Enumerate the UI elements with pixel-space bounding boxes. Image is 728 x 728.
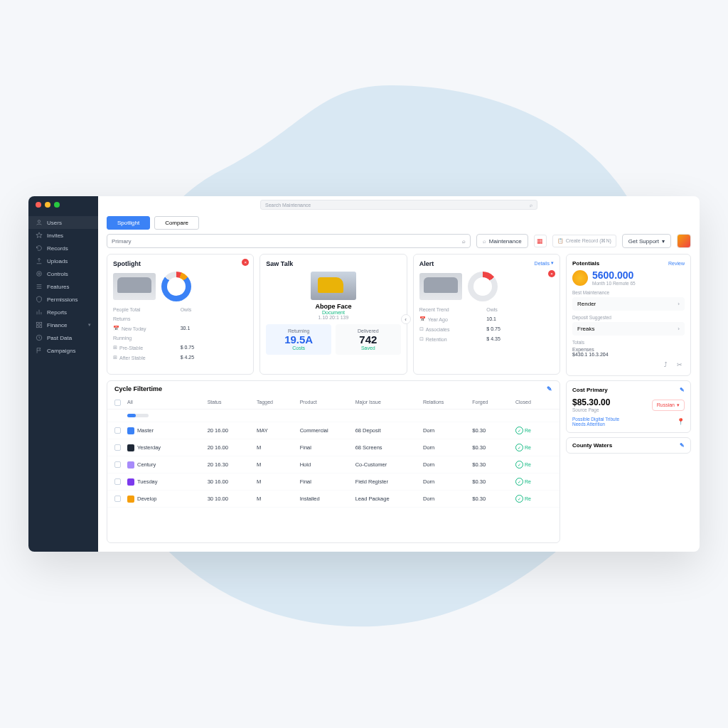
row-color-tag: [127, 478, 134, 486]
primary-filter-input[interactable]: Primary ⌕: [107, 234, 471, 248]
share-icon[interactable]: ⤴: [660, 360, 670, 370]
row-checkbox[interactable]: [114, 461, 121, 468]
maintenance-filter[interactable]: ⌕ Maintenance: [476, 234, 528, 248]
kv-sublabel: Returns: [113, 316, 181, 321]
cell: Installed: [300, 496, 355, 502]
row-checkbox[interactable]: [114, 478, 121, 485]
sidebar-item-records[interactable]: Records: [28, 242, 98, 255]
sidebar-item-finance[interactable]: Finance ▾: [28, 318, 98, 331]
svg-point-1: [37, 272, 42, 277]
calendar-icon: ▦: [537, 237, 543, 245]
cost-amount: $85.30.00: [572, 397, 610, 407]
sidebar-item-pastdata[interactable]: Past Data: [28, 331, 98, 344]
close-badge[interactable]: ×: [548, 270, 555, 277]
sidebar-label: Finance: [47, 322, 84, 328]
th[interactable]: Major Issue: [355, 400, 423, 406]
th[interactable]: Status: [208, 400, 257, 406]
sidebar-item-invites[interactable]: Invites: [28, 229, 98, 242]
th[interactable]: Closed: [515, 400, 552, 406]
sidebar-label: Uploads: [47, 258, 91, 264]
row-checkbox[interactable]: [114, 496, 121, 502]
traffic-close-icon[interactable]: [36, 202, 41, 208]
row-color-tag: [127, 461, 134, 469]
svg-rect-3: [36, 322, 38, 324]
vehicle-photo: [311, 272, 356, 300]
footer-panel: County Waters ✎: [566, 437, 691, 454]
expand-button[interactable]: ‹: [401, 314, 411, 324]
summary-avatar: [572, 270, 588, 286]
table-row[interactable]: Century 20 16.30 M Hold Co-Customer Dorn…: [107, 456, 560, 473]
tab-spotlight[interactable]: Spotlight: [107, 216, 150, 230]
th[interactable]: Product: [300, 400, 355, 406]
cell: Commercial: [300, 427, 355, 434]
table-row[interactable]: Develop 30 10.00 M Installed Lead Packag…: [107, 491, 560, 508]
calendar-button[interactable]: ▦: [534, 235, 547, 247]
sidebar-item-campaigns[interactable]: Campaigns: [28, 344, 98, 357]
edit-icon[interactable]: ✎: [547, 385, 552, 392]
kv-sublabel: Running: [113, 336, 181, 341]
sidebar-item-permissions[interactable]: Permissions: [28, 293, 98, 306]
th[interactable]: Relations: [423, 400, 472, 406]
main-area: Search Maintenance ⌕ Spotlight Compare P…: [98, 196, 700, 552]
sidebar: Users Invites Records Uploads Controls F…: [28, 196, 98, 552]
table-row[interactable]: Yesterday 20 16.00 M Final 68 Screens Do…: [107, 439, 560, 456]
chevron-down-icon: ▾: [88, 322, 91, 328]
edit-icon[interactable]: ✎: [680, 387, 685, 393]
sidebar-item-controls[interactable]: Controls: [28, 267, 98, 280]
pin-icon[interactable]: 📍: [677, 418, 685, 425]
sidebar-item-uploads[interactable]: Uploads: [28, 255, 98, 267]
status-cell: Re: [515, 427, 552, 434]
kv-row-label: ⊞ Pre-Stable: [113, 345, 181, 350]
cell: 68 Screens: [355, 444, 423, 451]
filter-bar: Primary ⌕ ⌕ Maintenance ▦ 📋 Create Recor…: [98, 234, 700, 254]
tab-compare[interactable]: Compare: [154, 216, 199, 230]
section-label: Totals: [572, 340, 685, 345]
cell: $0.30: [472, 496, 515, 502]
render-row[interactable]: Render ›: [572, 297, 685, 311]
th[interactable]: All: [127, 400, 208, 406]
details-link[interactable]: Details ▾: [535, 260, 554, 266]
row-checkbox[interactable]: [114, 444, 121, 451]
cell: 30 10.00: [208, 496, 257, 502]
svg-rect-5: [36, 326, 38, 328]
currency-dropdown[interactable]: Russian▾: [652, 400, 685, 411]
kv-label: Owls: [181, 307, 248, 312]
row-checkbox[interactable]: [114, 427, 121, 434]
review-link[interactable]: Review: [668, 261, 685, 266]
entity-name: Abope Face: [266, 303, 400, 310]
window-titlebar: [28, 196, 700, 213]
th[interactable]: Forged: [472, 400, 515, 406]
select-all-checkbox[interactable]: [114, 400, 121, 406]
clock-icon: [36, 334, 43, 341]
card-title: Alert: [419, 260, 554, 267]
scissors-icon[interactable]: ✂: [675, 360, 685, 370]
clipboard-button[interactable]: 📋 Create Record (⌘N): [552, 235, 616, 247]
sidebar-item-features[interactable]: Features: [28, 280, 98, 293]
table-progress-row: [107, 410, 560, 422]
traffic-min-icon[interactable]: [45, 202, 50, 208]
cell: $0.30: [472, 427, 515, 434]
edit-icon[interactable]: ✎: [680, 442, 685, 449]
note-line2: Needs Attention: [572, 422, 619, 427]
sidebar-item-reports[interactable]: Reports: [28, 306, 98, 318]
freaks-row[interactable]: Freaks ›: [572, 322, 685, 336]
vehicle-thumbnail: [419, 273, 462, 300]
kv-row-label: 📅 Year Ago: [419, 316, 487, 322]
kv-row-label: 📅 New Today: [113, 326, 181, 331]
summary-panel: Potentials Review 5600.000 Month 10 Remo…: [566, 254, 691, 376]
table-row[interactable]: Tuesday 30 16.00 M Final Field Register …: [107, 473, 560, 491]
card-title: Spotlight: [113, 260, 247, 267]
sidebar-item-users[interactable]: Users: [28, 216, 98, 229]
cell: $0.30: [472, 444, 515, 451]
traffic-max-icon[interactable]: [54, 202, 60, 208]
close-badge[interactable]: ×: [242, 259, 249, 266]
svg-rect-4: [40, 322, 42, 324]
th[interactable]: Tagged: [257, 400, 300, 406]
section-label: Best Maintenance: [572, 290, 685, 295]
user-avatar[interactable]: [677, 234, 691, 248]
cell: Dorn: [423, 496, 472, 502]
support-dropdown[interactable]: Get Support ▾: [622, 234, 671, 248]
table-row[interactable]: Master 20 16.00 MAY Commercial 68 Deposi…: [107, 422, 560, 439]
kv-row-value: 30.1: [181, 326, 248, 331]
cell: Dorn: [423, 478, 472, 485]
